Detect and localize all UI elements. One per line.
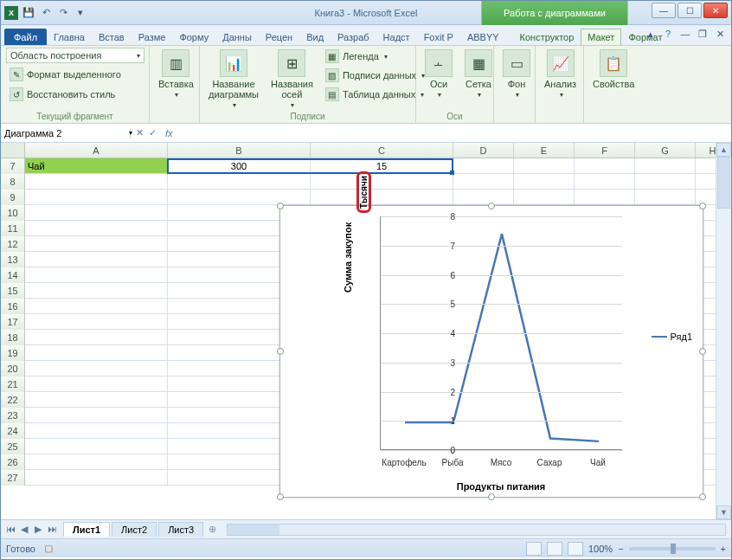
- cell[interactable]: [168, 190, 311, 205]
- row-header[interactable]: 7: [1, 158, 25, 174]
- cell[interactable]: [453, 158, 514, 174]
- cell[interactable]: [25, 423, 168, 439]
- tab-review[interactable]: Рецен: [259, 29, 299, 45]
- row-header[interactable]: 10: [1, 205, 25, 221]
- qat-dropdown-icon[interactable]: ▾: [74, 6, 87, 20]
- scroll-up-icon[interactable]: ▲: [716, 143, 731, 157]
- tab-chart-layout[interactable]: Макет: [581, 29, 621, 45]
- chart-legend[interactable]: Ряд1: [652, 331, 692, 342]
- cell[interactable]: [25, 205, 168, 221]
- cell[interactable]: [635, 158, 696, 174]
- sheet-nav-prev-icon[interactable]: ◀: [18, 524, 30, 535]
- name-box-input[interactable]: [4, 128, 124, 138]
- col-header-C[interactable]: C: [311, 143, 453, 158]
- plot-area[interactable]: [380, 216, 622, 450]
- cell[interactable]: 300: [168, 158, 311, 174]
- resize-handle[interactable]: [699, 348, 706, 355]
- cell[interactable]: Чай: [25, 158, 168, 174]
- cell[interactable]: [575, 174, 635, 190]
- reset-style-button[interactable]: ↺Восстановить стиль: [6, 86, 119, 103]
- tab-insert[interactable]: Встав: [92, 29, 132, 45]
- cell[interactable]: [453, 190, 514, 205]
- chart-element-selector[interactable]: Область построения▾: [6, 48, 144, 63]
- resize-handle[interactable]: [699, 203, 706, 209]
- save-icon[interactable]: 💾: [22, 6, 35, 20]
- formula-input[interactable]: [177, 128, 731, 138]
- col-header-D[interactable]: D: [453, 143, 514, 158]
- tab-view[interactable]: Вид: [299, 29, 331, 45]
- zoom-level[interactable]: 100%: [588, 544, 613, 554]
- tab-abbyy[interactable]: ABBYY: [460, 29, 506, 45]
- col-header-E[interactable]: E: [514, 143, 575, 158]
- cell[interactable]: [25, 439, 168, 454]
- cell[interactable]: [635, 190, 696, 205]
- row-header[interactable]: 26: [1, 454, 25, 470]
- page-layout-view-button[interactable]: [547, 542, 562, 556]
- axis-titles-button[interactable]: ⊞Названия осей▾: [267, 48, 317, 111]
- cell[interactable]: 15: [311, 158, 453, 174]
- tab-chart-design[interactable]: Конструктор: [513, 29, 581, 45]
- resize-handle[interactable]: [488, 493, 495, 500]
- cell[interactable]: [635, 174, 696, 190]
- tab-file[interactable]: Файл: [4, 29, 47, 45]
- scroll-down-icon[interactable]: ▼: [716, 505, 731, 519]
- gridlines-button[interactable]: ▦Сетка▾: [461, 48, 496, 100]
- cell[interactable]: [25, 236, 168, 252]
- cell[interactable]: [25, 330, 168, 345]
- cancel-formula-icon[interactable]: ✕: [136, 127, 144, 138]
- cell[interactable]: [514, 190, 575, 205]
- scroll-thumb[interactable]: [717, 157, 730, 209]
- row-header[interactable]: 15: [1, 283, 25, 299]
- resize-handle[interactable]: [488, 203, 495, 209]
- cell[interactable]: [25, 221, 168, 236]
- row-header[interactable]: 9: [1, 190, 25, 205]
- col-header-B[interactable]: B: [168, 143, 311, 158]
- row-header[interactable]: 13: [1, 252, 25, 267]
- cell[interactable]: [25, 408, 168, 423]
- worksheet-grid[interactable]: A B C D E F G H 7Чай30015891011121314151…: [1, 143, 731, 519]
- axes-button[interactable]: ⫠Оси▾: [421, 48, 456, 100]
- zoom-in-icon[interactable]: +: [721, 544, 726, 554]
- col-header-F[interactable]: F: [575, 143, 635, 158]
- col-header-G[interactable]: G: [635, 143, 696, 158]
- redo-icon[interactable]: ↷: [56, 6, 70, 20]
- tab-foxit[interactable]: Foxit P: [417, 29, 460, 45]
- chart-object[interactable]: Тысячи Сумма закупок Ряд1 Продукты питан…: [279, 205, 703, 498]
- row-header[interactable]: 24: [1, 423, 25, 439]
- cell[interactable]: [25, 392, 168, 408]
- chart-title-button[interactable]: 📊Название диаграммы▾: [205, 48, 262, 111]
- row-header[interactable]: 20: [1, 361, 25, 377]
- tab-addins[interactable]: Надст: [376, 29, 417, 45]
- sheet-tab[interactable]: Лист1: [63, 522, 110, 537]
- row-header[interactable]: 12: [1, 236, 25, 252]
- normal-view-button[interactable]: [526, 542, 542, 556]
- cell[interactable]: [25, 470, 168, 486]
- row-header[interactable]: 8: [1, 174, 25, 190]
- cell[interactable]: [514, 174, 575, 190]
- cell[interactable]: [575, 158, 635, 174]
- cell[interactable]: [25, 345, 168, 361]
- row-header[interactable]: 19: [1, 345, 25, 361]
- cell[interactable]: [168, 174, 311, 190]
- sheet-nav-last-icon[interactable]: ⏭: [46, 524, 58, 535]
- maximize-button[interactable]: ☐: [677, 3, 702, 18]
- analysis-button[interactable]: 📈Анализ▾: [541, 48, 580, 100]
- cell[interactable]: [453, 174, 514, 190]
- sheet-tab[interactable]: Лист2: [112, 522, 157, 537]
- tab-data[interactable]: Данны: [215, 29, 259, 45]
- properties-button[interactable]: 📋Свойства: [589, 48, 638, 91]
- zoom-slider[interactable]: [629, 547, 716, 550]
- cell[interactable]: [25, 190, 168, 205]
- cell[interactable]: [25, 283, 168, 299]
- resize-handle[interactable]: [699, 493, 706, 500]
- cell[interactable]: [311, 190, 453, 205]
- horizontal-scrollbar[interactable]: [227, 524, 726, 536]
- cell[interactable]: [25, 174, 168, 190]
- undo-icon[interactable]: ↶: [39, 6, 53, 20]
- workbook-restore-icon[interactable]: ❐: [697, 28, 709, 40]
- row-header[interactable]: 23: [1, 408, 25, 423]
- cell[interactable]: [25, 361, 168, 377]
- insert-button[interactable]: ▥Вставка▾: [155, 48, 197, 100]
- hscroll-thumb[interactable]: [228, 525, 279, 535]
- sheet-tab[interactable]: Лист3: [158, 522, 203, 537]
